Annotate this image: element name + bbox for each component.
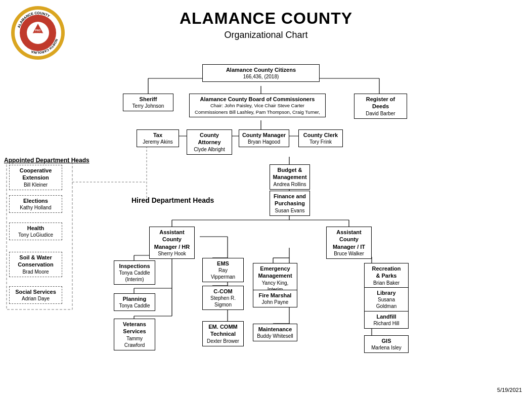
asst-it-name: Bruce Walker — [329, 250, 369, 257]
asst-it-title2: Manager / IT — [329, 243, 369, 250]
elections-name: Kathy Holland — [12, 204, 59, 211]
citizens-sub: 166,436, (2018) — [205, 73, 317, 80]
recreation-box: Recreation & Parks Brian Baker — [364, 263, 409, 288]
asst-it-box: Assistant County Manager / IT Bruce Walk… — [326, 227, 372, 259]
coop-title: Cooperative — [12, 167, 59, 174]
board-title: Alamance County Board of Commissioners — [192, 96, 323, 103]
budget-title2: Management — [273, 173, 307, 181]
ccom-title: C-COM — [205, 288, 241, 295]
health-name: Tony LoGiudice — [12, 232, 59, 238]
inspections-title: Inspections — [117, 262, 152, 270]
finance-box: Finance and Purchasing Susan Evans — [270, 191, 310, 216]
library-name: Susana Goldman — [367, 296, 406, 309]
soil-title: Soil & Water — [12, 254, 59, 261]
ems-box: EMS Ray Vipperman — [202, 258, 244, 282]
county-manager-box: County Manager Bryan Hagood — [239, 129, 289, 147]
landfill-title: Landfill — [367, 313, 406, 320]
svg-text:PRO: PRO — [35, 29, 41, 32]
page-subtitle: Organizational Chart — [0, 30, 532, 40]
maintenance-title: Maintenance — [256, 326, 294, 333]
tax-title: Tax — [140, 131, 176, 139]
inspections-sub: (Interim) — [117, 276, 152, 283]
manager-title: County Manager — [242, 131, 286, 139]
board-sub1: Chair: John Paisley, Vice Chair Steve Ca… — [192, 103, 323, 109]
coop-name: Bill Kleiner — [12, 182, 59, 188]
emcomm-title: EM. COMM — [205, 323, 241, 330]
soil-title2: Conservation — [12, 261, 59, 268]
date-label: 5/19/2021 — [497, 387, 522, 393]
emergency-title2: Management — [256, 272, 294, 279]
fire-title: Fire Marshal — [256, 292, 294, 299]
citizens-title: Alamance County Citizens — [205, 66, 317, 73]
svg-text:PUBLICO: PUBLICO — [33, 36, 42, 39]
social-services-box: Social Services Adrian Daye — [9, 286, 62, 304]
sheriff-name: Terry Johnson — [126, 103, 170, 109]
emcomm-title2: Technical — [205, 330, 241, 337]
planning-title: Planning — [117, 295, 152, 302]
register-box: Register of Deeds David Barber — [354, 94, 407, 119]
veterans-box: Veterans Services Tammy Crawford — [114, 319, 155, 350]
ccom-box: C-COM Stephen R. Sigmon — [202, 286, 244, 310]
budget-title: Budget & — [273, 166, 307, 173]
asst-it-title: Assistant County — [329, 229, 369, 243]
tax-name: Jeremy Akins — [140, 139, 176, 145]
library-box: Library Susana Goldman — [364, 287, 409, 312]
recreation-title2: & Parks — [367, 272, 406, 279]
planning-name: Tonya Caddle — [117, 302, 152, 309]
elections-title: Elections — [12, 197, 59, 204]
emcomm-box: EM. COMM Technical Dexter Brower — [202, 321, 244, 346]
gis-box: GIS Marlena Isley — [364, 335, 409, 353]
elections-box: Elections Kathy Holland — [9, 195, 62, 213]
health-title: Health — [12, 225, 59, 232]
landfill-box: Landfill Richard Hill — [364, 311, 409, 329]
finance-name: Susan Evans — [273, 207, 307, 214]
county-clerk-box: County Clerk Tory Frink — [298, 129, 343, 147]
inspections-name: Tonya Caddle — [117, 270, 152, 276]
citizens-box: Alamance County Citizens 166,436, (2018) — [202, 64, 320, 82]
hired-dept-label: Hired Department Heads — [131, 196, 214, 204]
social-name: Adrian Daye — [12, 295, 59, 302]
sheriff-title: Sheriff — [126, 96, 170, 103]
library-title: Library — [367, 289, 406, 296]
ems-title: EMS — [205, 260, 241, 267]
board-box: Alamance County Board of Commissioners C… — [189, 94, 326, 117]
ems-name: Ray — [205, 267, 241, 274]
veterans-title2: Services — [117, 328, 152, 335]
asst-hr-title: Assistant County — [152, 229, 192, 243]
finance-title: Finance and — [273, 193, 307, 200]
county-logo: ALAMANCE COUNTY NORTH CAROLINA PRO BONO … — [10, 5, 66, 61]
svg-text:BONO: BONO — [34, 33, 41, 35]
soil-name: Brad Moore — [12, 269, 59, 275]
asst-hr-box: Assistant County Manager / HR Sherry Hoo… — [149, 227, 195, 259]
budget-name: Andrea Rollins — [273, 181, 307, 188]
soil-water-box: Soil & Water Conservation Brad Moore — [9, 252, 62, 277]
ems-sub: Vipperman — [205, 274, 241, 280]
clerk-name: Tory Frink — [301, 139, 340, 145]
clerk-title: County Clerk — [301, 131, 340, 139]
veterans-name: Tammy Crawford — [117, 335, 152, 348]
page-title: ALAMANCE COUNTY — [0, 9, 532, 28]
asst-hr-name: Sherry Hook — [152, 250, 192, 257]
board-sub2: Commissioners Bill Lashley, Pam Thompson… — [192, 109, 323, 115]
finance-title2: Purchasing — [273, 200, 307, 207]
gis-name: Marlena Isley — [367, 344, 406, 351]
asst-hr-title2: Manager / HR — [152, 243, 192, 250]
planning-box: Planning Tonya Caddle — [114, 293, 155, 311]
fire-name: John Payne — [256, 299, 294, 305]
landfill-name: Richard Hill — [367, 320, 406, 327]
emcomm-name: Dexter Brower — [205, 338, 241, 344]
maintenance-name: Buddy Whitesell — [256, 333, 294, 339]
county-attorney-box: County Attorney Clyde Albright — [187, 129, 232, 155]
sheriff-box: Sheriff Terry Johnson — [123, 94, 173, 111]
social-title: Social Services — [12, 288, 59, 295]
tax-box: Tax Jeremy Akins — [137, 129, 179, 147]
recreation-title: Recreation — [367, 265, 406, 272]
attorney-title: County Attorney — [190, 131, 229, 146]
gis-title: GIS — [367, 337, 406, 344]
register-name: David Barber — [357, 110, 404, 117]
veterans-title: Veterans — [117, 321, 152, 328]
inspections-box: Inspections Tonya Caddle (Interim) — [114, 260, 155, 285]
manager-name: Bryan Hagood — [242, 139, 286, 145]
recreation-name: Brian Baker — [367, 280, 406, 286]
fire-marshal-box: Fire Marshal John Payne — [253, 290, 297, 307]
